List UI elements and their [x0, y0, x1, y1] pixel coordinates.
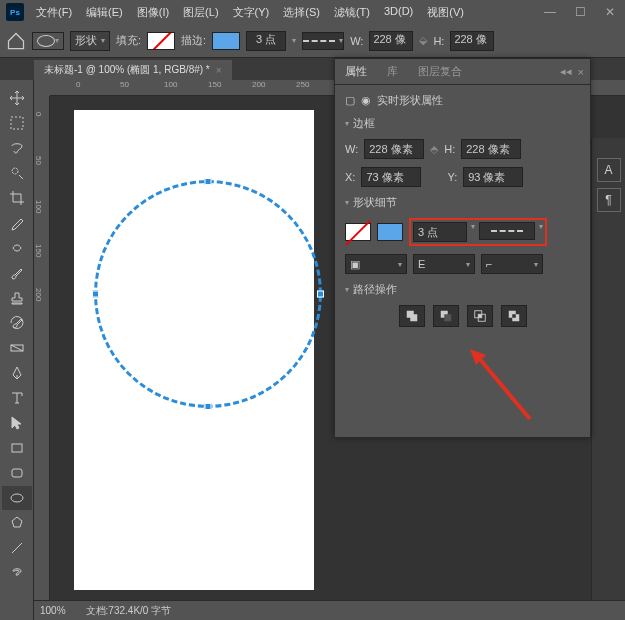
- y-label: Y:: [447, 171, 457, 183]
- history-brush-tool[interactable]: [2, 311, 32, 335]
- menu-view[interactable]: 视图(V): [421, 1, 470, 24]
- rounded-rect-tool[interactable]: [2, 461, 32, 485]
- stroke-align-select[interactable]: ▣▾: [345, 254, 407, 274]
- pathop-exclude[interactable]: [501, 305, 527, 327]
- menu-layer[interactable]: 图层(L): [177, 1, 224, 24]
- path-select-tool[interactable]: [2, 411, 32, 435]
- properties-panel: 属性 库 图层复合 ◂◂ × ▢ ◉ 实时形状属性 ▾边框 W: 228 像素 …: [334, 58, 591, 438]
- handle-right[interactable]: [317, 291, 324, 298]
- w-input[interactable]: 228 像素: [364, 139, 424, 159]
- detail-stroke-width[interactable]: 3 点: [413, 222, 467, 242]
- x-input[interactable]: 73 像素: [361, 167, 421, 187]
- detail-stroke-style[interactable]: [479, 222, 535, 240]
- ellipse-tool[interactable]: [2, 486, 32, 510]
- rectangle-tool[interactable]: [2, 436, 32, 460]
- handle-bottom[interactable]: [205, 403, 212, 410]
- tab-libraries[interactable]: 库: [377, 59, 408, 84]
- menu-type[interactable]: 文字(Y): [227, 1, 276, 24]
- ellipse-shape[interactable]: [94, 180, 322, 408]
- stroke-join-select[interactable]: ⌐▾: [481, 254, 543, 274]
- x-label: X:: [345, 171, 355, 183]
- titlebar: Ps 文件(F) 编辑(E) 图像(I) 图层(L) 文字(Y) 选择(S) 滤…: [0, 0, 625, 24]
- stroke-swatch[interactable]: [212, 32, 240, 50]
- stroke-width-chevron-icon[interactable]: ▾: [292, 36, 296, 45]
- options-bar: ▾ 形状▾ 填充: 描边: 3 点 ▾ ▾ W: 228 像 ⬙ H: 228 …: [0, 24, 625, 58]
- pathop-combine[interactable]: [399, 305, 425, 327]
- eyedropper-tool[interactable]: [2, 211, 32, 235]
- pathop-intersect[interactable]: [467, 305, 493, 327]
- close-button[interactable]: ✕: [595, 0, 625, 24]
- tab-properties[interactable]: 属性: [335, 59, 377, 84]
- section-bounding-box[interactable]: ▾边框: [345, 116, 580, 131]
- panel-title: 实时形状属性: [377, 93, 443, 108]
- svg-line-16: [478, 357, 530, 419]
- maximize-button[interactable]: ☐: [565, 0, 595, 24]
- fill-swatch[interactable]: [147, 32, 175, 50]
- crop-tool[interactable]: [2, 186, 32, 210]
- gradient-tool[interactable]: [2, 336, 32, 360]
- detail-fill-swatch[interactable]: [345, 223, 371, 241]
- link-wh-icon[interactable]: ⬘: [430, 143, 438, 156]
- menu-select[interactable]: 选择(S): [277, 1, 326, 24]
- move-tool[interactable]: [2, 86, 32, 110]
- svg-rect-3: [12, 444, 22, 452]
- handle-left[interactable]: [92, 291, 99, 298]
- menu-3d[interactable]: 3D(D): [378, 1, 419, 24]
- panel-close-icon[interactable]: ×: [578, 66, 584, 78]
- handle-top[interactable]: [205, 178, 212, 185]
- shape-mode-select[interactable]: 形状▾: [70, 31, 110, 51]
- height-label: H:: [433, 35, 444, 47]
- panel-tabs: 属性 库 图层复合 ◂◂ ×: [335, 59, 590, 85]
- app-logo: Ps: [6, 3, 24, 21]
- live-shape-icon: ▢: [345, 94, 355, 107]
- ruler-vertical: 0 50 100 150 200: [34, 96, 50, 620]
- stroke-width-input[interactable]: 3 点: [246, 31, 286, 51]
- section-shape-detail[interactable]: ▾形状细节: [345, 195, 580, 210]
- marquee-tool[interactable]: [2, 111, 32, 135]
- close-tab-icon[interactable]: ×: [216, 65, 222, 76]
- line-tool[interactable]: [2, 536, 32, 560]
- svg-marker-17: [470, 349, 486, 365]
- document-tab[interactable]: 未标题-1 @ 100% (椭圆 1, RGB/8#) * ×: [34, 60, 232, 80]
- pen-tool[interactable]: [2, 361, 32, 385]
- detail-stroke-swatch[interactable]: [377, 223, 403, 241]
- height-input[interactable]: 228 像: [450, 31, 494, 51]
- panel-collapse-icon[interactable]: ◂◂: [560, 65, 572, 78]
- mask-icon: ◉: [361, 94, 371, 107]
- pathop-subtract[interactable]: [433, 305, 459, 327]
- minimize-button[interactable]: —: [535, 0, 565, 24]
- polygon-tool[interactable]: [2, 511, 32, 535]
- menu-image[interactable]: 图像(I): [131, 1, 175, 24]
- quick-select-tool[interactable]: [2, 161, 32, 185]
- menu-filter[interactable]: 滤镜(T): [328, 1, 376, 24]
- dock-paragraph-panel[interactable]: ¶: [597, 188, 621, 212]
- svg-rect-4: [12, 469, 22, 477]
- join-miter-icon: ⌐: [486, 258, 492, 270]
- brush-tool[interactable]: [2, 261, 32, 285]
- menu-file[interactable]: 文件(F): [30, 1, 78, 24]
- custom-shape-tool[interactable]: [2, 561, 32, 585]
- type-tool[interactable]: [2, 386, 32, 410]
- stamp-tool[interactable]: [2, 286, 32, 310]
- y-input[interactable]: 93 像素: [463, 167, 523, 187]
- window-controls: — ☐ ✕: [535, 0, 625, 24]
- stroke-cap-select[interactable]: E▾: [413, 254, 475, 274]
- link-wh-icon[interactable]: ⬙: [419, 34, 427, 47]
- zoom-level[interactable]: 100%: [40, 605, 66, 616]
- dock-character-panel[interactable]: A: [597, 158, 621, 182]
- annotation-arrow: [470, 349, 540, 429]
- menu-edit[interactable]: 编辑(E): [80, 1, 129, 24]
- right-dock: A ¶: [591, 138, 625, 620]
- tab-layer-comps[interactable]: 图层复合: [408, 59, 472, 84]
- lasso-tool[interactable]: [2, 136, 32, 160]
- width-input[interactable]: 228 像: [369, 31, 413, 51]
- h-input[interactable]: 228 像素: [461, 139, 521, 159]
- stroke-style-select[interactable]: ▾: [302, 32, 344, 50]
- tool-preview[interactable]: ▾: [32, 32, 64, 50]
- tools-panel: [0, 80, 34, 620]
- heal-tool[interactable]: [2, 236, 32, 260]
- svg-rect-9: [444, 314, 451, 321]
- svg-rect-15: [512, 314, 516, 318]
- section-path-ops[interactable]: ▾路径操作: [345, 282, 580, 297]
- home-icon[interactable]: [6, 31, 26, 51]
